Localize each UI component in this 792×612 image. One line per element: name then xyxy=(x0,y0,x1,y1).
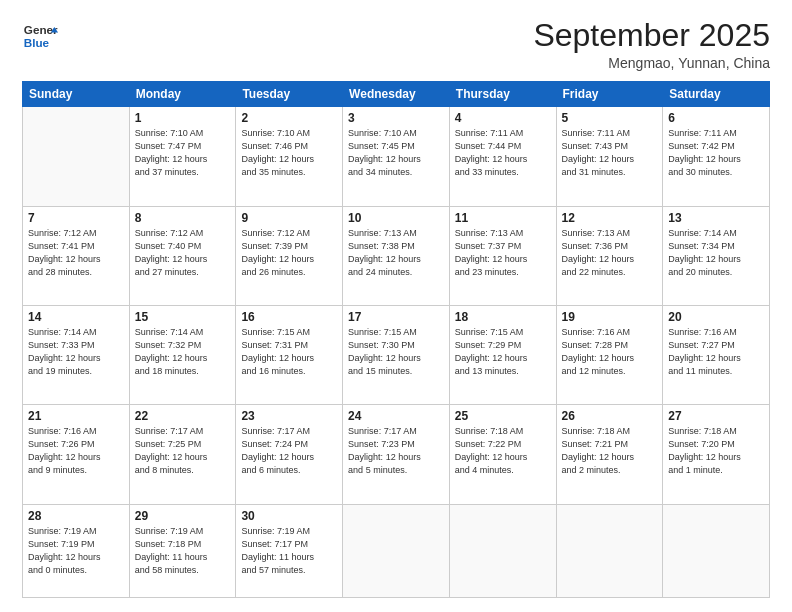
day-number: 12 xyxy=(562,211,658,225)
day-number: 14 xyxy=(28,310,124,324)
day-number: 3 xyxy=(348,111,444,125)
logo-icon: General Blue xyxy=(22,18,58,54)
day-number: 13 xyxy=(668,211,764,225)
day-number: 10 xyxy=(348,211,444,225)
day-number: 18 xyxy=(455,310,551,324)
table-row xyxy=(556,504,663,598)
day-info: Sunrise: 7:16 AM Sunset: 7:27 PM Dayligh… xyxy=(668,326,764,378)
table-row: 14Sunrise: 7:14 AM Sunset: 7:33 PM Dayli… xyxy=(23,305,130,404)
table-row xyxy=(663,504,770,598)
day-info: Sunrise: 7:15 AM Sunset: 7:31 PM Dayligh… xyxy=(241,326,337,378)
day-info: Sunrise: 7:14 AM Sunset: 7:34 PM Dayligh… xyxy=(668,227,764,279)
day-info: Sunrise: 7:10 AM Sunset: 7:46 PM Dayligh… xyxy=(241,127,337,179)
day-info: Sunrise: 7:11 AM Sunset: 7:44 PM Dayligh… xyxy=(455,127,551,179)
day-number: 8 xyxy=(135,211,231,225)
table-row: 28Sunrise: 7:19 AM Sunset: 7:19 PM Dayli… xyxy=(23,504,130,598)
table-row: 9Sunrise: 7:12 AM Sunset: 7:39 PM Daylig… xyxy=(236,206,343,305)
day-info: Sunrise: 7:11 AM Sunset: 7:43 PM Dayligh… xyxy=(562,127,658,179)
calendar-header-row: Sunday Monday Tuesday Wednesday Thursday… xyxy=(23,82,770,107)
day-info: Sunrise: 7:13 AM Sunset: 7:36 PM Dayligh… xyxy=(562,227,658,279)
day-info: Sunrise: 7:13 AM Sunset: 7:38 PM Dayligh… xyxy=(348,227,444,279)
table-row xyxy=(23,107,130,206)
logo: General Blue xyxy=(22,18,58,54)
day-number: 17 xyxy=(348,310,444,324)
col-sunday: Sunday xyxy=(23,82,130,107)
svg-text:Blue: Blue xyxy=(24,36,50,49)
col-monday: Monday xyxy=(129,82,236,107)
table-row: 1Sunrise: 7:10 AM Sunset: 7:47 PM Daylig… xyxy=(129,107,236,206)
day-number: 29 xyxy=(135,509,231,523)
day-info: Sunrise: 7:17 AM Sunset: 7:23 PM Dayligh… xyxy=(348,425,444,477)
table-row: 15Sunrise: 7:14 AM Sunset: 7:32 PM Dayli… xyxy=(129,305,236,404)
table-row: 27Sunrise: 7:18 AM Sunset: 7:20 PM Dayli… xyxy=(663,405,770,504)
table-row: 16Sunrise: 7:15 AM Sunset: 7:31 PM Dayli… xyxy=(236,305,343,404)
table-row: 30Sunrise: 7:19 AM Sunset: 7:17 PM Dayli… xyxy=(236,504,343,598)
day-info: Sunrise: 7:19 AM Sunset: 7:17 PM Dayligh… xyxy=(241,525,337,577)
day-info: Sunrise: 7:13 AM Sunset: 7:37 PM Dayligh… xyxy=(455,227,551,279)
day-info: Sunrise: 7:16 AM Sunset: 7:28 PM Dayligh… xyxy=(562,326,658,378)
day-info: Sunrise: 7:12 AM Sunset: 7:41 PM Dayligh… xyxy=(28,227,124,279)
table-row: 6Sunrise: 7:11 AM Sunset: 7:42 PM Daylig… xyxy=(663,107,770,206)
day-info: Sunrise: 7:19 AM Sunset: 7:19 PM Dayligh… xyxy=(28,525,124,577)
table-row xyxy=(449,504,556,598)
day-info: Sunrise: 7:18 AM Sunset: 7:21 PM Dayligh… xyxy=(562,425,658,477)
day-number: 5 xyxy=(562,111,658,125)
day-info: Sunrise: 7:10 AM Sunset: 7:45 PM Dayligh… xyxy=(348,127,444,179)
table-row: 12Sunrise: 7:13 AM Sunset: 7:36 PM Dayli… xyxy=(556,206,663,305)
day-number: 25 xyxy=(455,409,551,423)
day-number: 30 xyxy=(241,509,337,523)
day-number: 1 xyxy=(135,111,231,125)
table-row: 4Sunrise: 7:11 AM Sunset: 7:44 PM Daylig… xyxy=(449,107,556,206)
day-number: 2 xyxy=(241,111,337,125)
location: Mengmao, Yunnan, China xyxy=(533,55,770,71)
day-number: 27 xyxy=(668,409,764,423)
day-number: 16 xyxy=(241,310,337,324)
day-info: Sunrise: 7:15 AM Sunset: 7:30 PM Dayligh… xyxy=(348,326,444,378)
table-row: 23Sunrise: 7:17 AM Sunset: 7:24 PM Dayli… xyxy=(236,405,343,504)
day-number: 20 xyxy=(668,310,764,324)
day-number: 28 xyxy=(28,509,124,523)
table-row: 2Sunrise: 7:10 AM Sunset: 7:46 PM Daylig… xyxy=(236,107,343,206)
col-saturday: Saturday xyxy=(663,82,770,107)
table-row: 13Sunrise: 7:14 AM Sunset: 7:34 PM Dayli… xyxy=(663,206,770,305)
month-title: September 2025 xyxy=(533,18,770,53)
table-row: 19Sunrise: 7:16 AM Sunset: 7:28 PM Dayli… xyxy=(556,305,663,404)
day-info: Sunrise: 7:19 AM Sunset: 7:18 PM Dayligh… xyxy=(135,525,231,577)
col-friday: Friday xyxy=(556,82,663,107)
table-row: 29Sunrise: 7:19 AM Sunset: 7:18 PM Dayli… xyxy=(129,504,236,598)
day-info: Sunrise: 7:17 AM Sunset: 7:25 PM Dayligh… xyxy=(135,425,231,477)
table-row: 17Sunrise: 7:15 AM Sunset: 7:30 PM Dayli… xyxy=(343,305,450,404)
col-wednesday: Wednesday xyxy=(343,82,450,107)
table-row: 3Sunrise: 7:10 AM Sunset: 7:45 PM Daylig… xyxy=(343,107,450,206)
table-row: 24Sunrise: 7:17 AM Sunset: 7:23 PM Dayli… xyxy=(343,405,450,504)
table-row: 21Sunrise: 7:16 AM Sunset: 7:26 PM Dayli… xyxy=(23,405,130,504)
table-row: 22Sunrise: 7:17 AM Sunset: 7:25 PM Dayli… xyxy=(129,405,236,504)
day-number: 4 xyxy=(455,111,551,125)
day-info: Sunrise: 7:14 AM Sunset: 7:33 PM Dayligh… xyxy=(28,326,124,378)
day-info: Sunrise: 7:17 AM Sunset: 7:24 PM Dayligh… xyxy=(241,425,337,477)
table-row: 18Sunrise: 7:15 AM Sunset: 7:29 PM Dayli… xyxy=(449,305,556,404)
table-row: 26Sunrise: 7:18 AM Sunset: 7:21 PM Dayli… xyxy=(556,405,663,504)
day-number: 26 xyxy=(562,409,658,423)
day-number: 15 xyxy=(135,310,231,324)
day-info: Sunrise: 7:12 AM Sunset: 7:39 PM Dayligh… xyxy=(241,227,337,279)
table-row: 7Sunrise: 7:12 AM Sunset: 7:41 PM Daylig… xyxy=(23,206,130,305)
day-info: Sunrise: 7:12 AM Sunset: 7:40 PM Dayligh… xyxy=(135,227,231,279)
day-number: 6 xyxy=(668,111,764,125)
table-row: 8Sunrise: 7:12 AM Sunset: 7:40 PM Daylig… xyxy=(129,206,236,305)
col-tuesday: Tuesday xyxy=(236,82,343,107)
day-info: Sunrise: 7:16 AM Sunset: 7:26 PM Dayligh… xyxy=(28,425,124,477)
day-info: Sunrise: 7:18 AM Sunset: 7:20 PM Dayligh… xyxy=(668,425,764,477)
day-number: 21 xyxy=(28,409,124,423)
day-number: 9 xyxy=(241,211,337,225)
table-row: 25Sunrise: 7:18 AM Sunset: 7:22 PM Dayli… xyxy=(449,405,556,504)
col-thursday: Thursday xyxy=(449,82,556,107)
day-info: Sunrise: 7:10 AM Sunset: 7:47 PM Dayligh… xyxy=(135,127,231,179)
day-info: Sunrise: 7:14 AM Sunset: 7:32 PM Dayligh… xyxy=(135,326,231,378)
title-block: September 2025 Mengmao, Yunnan, China xyxy=(533,18,770,71)
header: General Blue September 2025 Mengmao, Yun… xyxy=(22,18,770,71)
day-number: 11 xyxy=(455,211,551,225)
table-row: 10Sunrise: 7:13 AM Sunset: 7:38 PM Dayli… xyxy=(343,206,450,305)
day-number: 19 xyxy=(562,310,658,324)
day-info: Sunrise: 7:18 AM Sunset: 7:22 PM Dayligh… xyxy=(455,425,551,477)
